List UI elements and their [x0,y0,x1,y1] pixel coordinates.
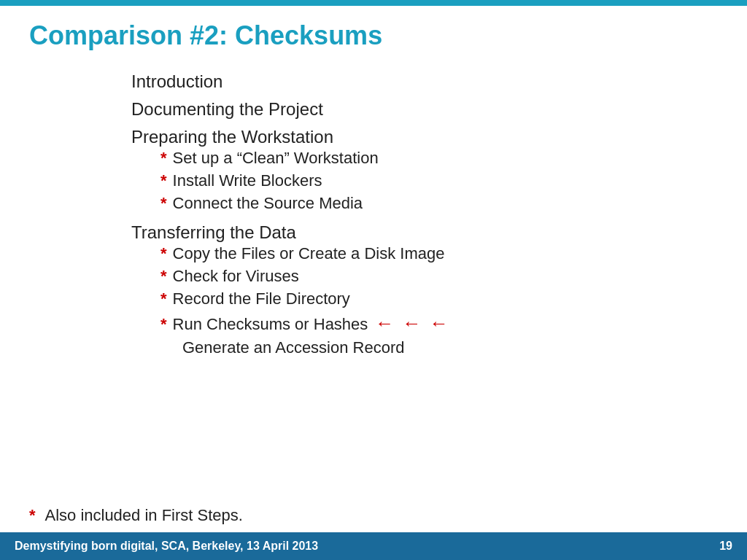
outline-item-transfer: Transferring the Data [131,222,718,243]
footnote-area: * Also included in First Steps. [0,499,747,532]
transfer-subitem-4: * Run Checksums or Hashes ← ← ← [160,312,718,335]
top-bar [0,0,747,6]
prep-subitems: * Set up a “Clean” Workstation * Install… [160,149,718,213]
content-area: Introduction Documenting the Project Pre… [0,58,747,499]
star-icon-prep3: * [160,194,167,213]
star-icon-tr4: * [160,315,167,334]
transfer-subitem-1: * Copy the Files or Create a Disk Image [160,244,718,263]
star-icon-footnote: * [29,506,36,524]
section-transfer: Transferring the Data * Copy the Files o… [131,217,718,361]
prep-subitem-3: * Connect the Source Media [160,194,718,213]
page-number: 19 [719,540,732,553]
section-prep: Preparing the Workstation * Set up a “Cl… [131,121,718,217]
slide: Comparison #2: Checksums Introduction Do… [0,0,747,560]
bottom-bar-text: Demystifying born digital, SCA, Berkeley… [15,540,318,553]
outline-item-prep: Preparing the Workstation [131,127,718,147]
prep-subitem-2: * Install Write Blockers [160,171,718,190]
star-icon-prep1: * [160,149,167,168]
transfer-subitem-5: Generate an Accession Record [182,338,718,357]
outline-item-doc: Documenting the Project [131,99,718,120]
transfer-subitem-3: * Record the File Directory [160,289,718,308]
title-area: Comparison #2: Checksums [0,6,747,58]
transfer-subitem-2: * Check for Viruses [160,267,718,286]
star-icon-tr3: * [160,289,167,308]
outline-item-intro: Introduction [131,71,718,92]
footnote: * Also included in First Steps. [29,506,718,525]
star-icon-tr2: * [160,267,167,286]
arrows-icon: ← ← ← [375,312,449,335]
slide-title: Comparison #2: Checksums [29,20,718,51]
bottom-bar: Demystifying born digital, SCA, Berkeley… [0,532,747,560]
transfer-subitems: * Copy the Files or Create a Disk Image … [160,244,718,357]
star-icon-prep2: * [160,171,167,190]
star-icon-tr1: * [160,244,167,263]
prep-subitem-1: * Set up a “Clean” Workstation [160,149,718,168]
